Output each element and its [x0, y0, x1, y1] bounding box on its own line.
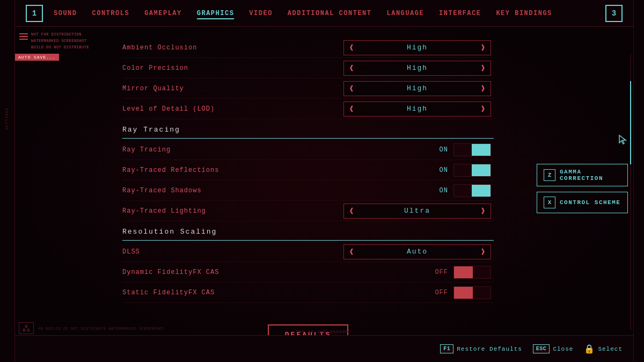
ray-tracing-track[interactable] [453, 143, 491, 156]
nav-left-box: 1 [26, 5, 43, 22]
rt-shadows-label: Ray-Traced Shadows [122, 187, 343, 194]
ambient-occlusion-right-arrow[interactable]: ❱ [475, 41, 491, 55]
scroll-thumb [630, 81, 631, 164]
mirror-quality-value: High [359, 84, 475, 92]
nav-item-graphics[interactable]: GRAPHICS [197, 8, 235, 19]
lod-selector[interactable]: ❰ High ❱ [343, 102, 491, 117]
settings-container: Ambient Occlusion ❰ High ❱ Color Precisi… [122, 38, 494, 335]
scroll-track [630, 54, 631, 330]
setting-row-dynamic-cas: Dynamic FidelityFX CAS OFF [122, 262, 494, 283]
lod-left-arrow[interactable]: ❰ [344, 102, 359, 116]
nav-item-keybindings[interactable]: KEY BINDINGS [496, 8, 552, 19]
rt-lighting-left-arrow[interactable]: ❰ [344, 204, 359, 218]
nav-bar: 1 SOUND CONTROLS GAMEPLAY GRAPHICS VIDEO… [15, 0, 633, 27]
rt-reflections-toggle[interactable]: ON [343, 164, 491, 177]
dlss-left-arrow[interactable]: ❰ [344, 245, 359, 259]
rt-reflections-track[interactable] [453, 164, 491, 177]
rt-lighting-selector[interactable]: ❰ Ultra ❱ [343, 204, 491, 219]
color-precision-control: ❰ High ❱ [343, 61, 494, 76]
lod-value: High [359, 105, 475, 113]
bottom-left-info: V 0.5 40 BUILDS DO NOT DISTRIBUTE WATERM… [19, 322, 164, 334]
rt-shadows-control: ON [343, 184, 494, 197]
lod-label: Level of Detail (LOD) [122, 105, 343, 113]
close-key: ESC [533, 344, 550, 353]
color-precision-left-arrow[interactable]: ❰ [344, 61, 359, 75]
mirror-quality-left-arrow[interactable]: ❰ [344, 82, 359, 96]
ray-tracing-toggle[interactable]: ON [343, 143, 491, 156]
right-sidebar: Z GAMMA CORRECTION X CONTROL SCHEME [526, 27, 633, 335]
color-precision-selector[interactable]: ❰ High ❱ [343, 61, 491, 76]
nav-right-box: 3 [605, 5, 623, 22]
settings-panel: Ambient Occlusion ❰ High ❱ Color Precisi… [15, 27, 526, 335]
setting-row-rt-shadows: Ray-Traced Shadows ON [122, 180, 494, 201]
color-precision-value: High [359, 64, 475, 72]
static-cas-toggle[interactable]: OFF [343, 286, 491, 299]
static-cas-thumb [454, 287, 473, 299]
ray-tracing-header: Ray Tracing [122, 119, 494, 139]
nav-item-video[interactable]: VIDEO [249, 8, 273, 19]
color-precision-right-arrow[interactable]: ❱ [475, 61, 491, 75]
nav-items: SOUND CONTROLS GAMEPLAY GRAPHICS VIDEO A… [54, 8, 605, 19]
dynamic-cas-control: OFF [343, 266, 494, 279]
mirror-quality-control: ❰ High ❱ [343, 81, 494, 96]
dynamic-cas-track[interactable] [453, 266, 491, 279]
bottom-center-text: TRK_71_CA5_000090 [296, 329, 349, 334]
setting-row-lod: Level of Detail (LOD) ❰ High ❱ [122, 99, 494, 119]
static-cas-label: Static FidelityFX CAS [122, 289, 343, 296]
control-label: CONTROL SCHEME [560, 199, 620, 206]
nav-item-controls[interactable]: CONTROLS [92, 8, 130, 19]
setting-row-static-cas: Static FidelityFX CAS OFF [122, 283, 494, 303]
nav-item-language[interactable]: LANGUAGE [386, 8, 424, 19]
setting-row-color-precision: Color Precision ❰ High ❱ [122, 58, 494, 78]
lod-right-arrow[interactable]: ❱ [475, 102, 491, 116]
mirror-quality-right-arrow[interactable]: ❱ [475, 82, 491, 96]
nav-item-additional[interactable]: ADDITIONAL CONTENT [288, 8, 372, 19]
gamma-correction-button[interactable]: Z GAMMA CORRECTION [537, 164, 628, 186]
dynamic-cas-toggle-label: OFF [435, 269, 448, 276]
nav-item-sound[interactable]: SOUND [54, 8, 77, 19]
lod-control: ❰ High ❱ [343, 102, 494, 117]
rt-reflections-control: ON [343, 164, 494, 177]
mirror-quality-selector[interactable]: ❰ High ❱ [343, 81, 491, 96]
bottom-bar: F1 Restore Defaults ESC Close 🔒 Select [15, 335, 633, 362]
close-label: Close [553, 346, 573, 352]
setting-row-ambient-occlusion: Ambient Occlusion ❰ High ❱ [122, 38, 494, 58]
setting-row-ray-tracing: Ray Tracing ON [122, 140, 494, 160]
static-cas-track[interactable] [453, 286, 491, 299]
rt-shadows-track[interactable] [453, 184, 491, 197]
ambient-occlusion-left-arrow[interactable]: ❰ [344, 41, 359, 55]
ray-tracing-toggle-label: ON [440, 146, 448, 154]
select-action[interactable]: 🔒 Select [584, 344, 623, 354]
restore-defaults-action[interactable]: F1 Restore Defaults [440, 344, 522, 353]
nav-item-interface[interactable]: INTERFACE [439, 8, 481, 19]
ray-tracing-thumb [472, 144, 491, 156]
version-badge: V 0.5 [19, 322, 34, 334]
static-cas-control: OFF [343, 286, 494, 299]
dlss-label: DLSS [122, 248, 343, 256]
rt-lighting-right-arrow[interactable]: ❱ [475, 204, 491, 218]
close-action[interactable]: ESC Close [533, 344, 574, 353]
static-cas-toggle-label: OFF [435, 289, 448, 296]
rt-shadows-toggle[interactable]: ON [343, 184, 491, 197]
nav-item-gameplay[interactable]: GAMEPLAY [144, 8, 182, 19]
gamma-label: GAMMA CORRECTION [560, 169, 621, 182]
rt-shadows-toggle-label: ON [440, 187, 448, 194]
ambient-occlusion-selector[interactable]: ❰ High ❱ [343, 40, 491, 55]
rt-lighting-value: Ultra [359, 207, 475, 215]
rt-shadows-thumb [472, 185, 491, 197]
dlss-selector[interactable]: ❰ Auto ❱ [343, 244, 491, 259]
restore-key: F1 [440, 344, 453, 353]
bottom-status-text: 40 BUILDS DO NOT DISTRIBUTE WATERMARKED … [38, 327, 164, 331]
scrollbar[interactable] [629, 54, 632, 330]
ray-tracing-control: ON [343, 143, 494, 156]
dynamic-cas-toggle[interactable]: OFF [343, 266, 491, 279]
dynamic-cas-label: Dynamic FidelityFX CAS [122, 269, 343, 276]
lock-icon: 🔒 [584, 344, 595, 354]
dlss-right-arrow[interactable]: ❱ [475, 245, 491, 259]
control-scheme-button[interactable]: X CONTROL SCHEME [537, 192, 628, 213]
ambient-occlusion-value: High [359, 44, 475, 52]
control-key: X [544, 197, 555, 208]
setting-row-rt-reflections: Ray-Traced Reflections ON [122, 160, 494, 180]
setting-row-dlss: DLSS ❰ Auto ❱ [122, 242, 494, 262]
left-edge: SETTINGS [0, 0, 15, 362]
